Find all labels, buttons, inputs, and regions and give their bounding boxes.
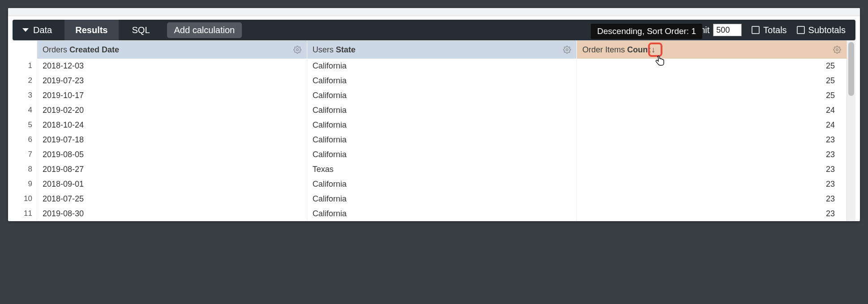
subtotals-label: Subtotals	[808, 25, 846, 35]
gear-icon	[293, 46, 301, 54]
cell-created-date[interactable]: 2018-09-01	[37, 177, 307, 192]
tab-results-label: Results	[75, 25, 107, 35]
tab-data[interactable]: Data	[13, 20, 64, 40]
cell-created-date[interactable]: 2018-10-24	[37, 118, 307, 133]
row-number: 8	[13, 162, 37, 177]
gear-icon	[563, 46, 571, 54]
column-header-label: Order Items Count	[582, 45, 650, 55]
svg-point-2	[836, 49, 838, 51]
add-calculation-button[interactable]: Add calculation	[167, 22, 242, 38]
row-number: 1	[13, 59, 37, 73]
tab-sql-label: SQL	[132, 25, 150, 35]
col3-bold: Count	[627, 45, 650, 54]
col2-prefix: Users	[313, 45, 336, 54]
row-limit-input[interactable]	[713, 24, 742, 36]
cell-count[interactable]: 24	[576, 103, 847, 118]
cell-count[interactable]: 23	[576, 206, 847, 221]
toolbar: Data Results SQL Add calculation Row Lim…	[13, 20, 855, 40]
totals-toggle[interactable]: Totals	[752, 25, 786, 35]
cell-count[interactable]: 24	[576, 118, 847, 133]
col3-prefix: Order Items	[582, 45, 627, 54]
col1-bold: Created Date	[69, 45, 119, 54]
cell-count[interactable]: 23	[576, 162, 847, 177]
sort-tooltip: Descending, Sort Order: 1	[591, 24, 702, 39]
row-number: 9	[13, 177, 37, 192]
column-header-created-date[interactable]: Orders Created Date	[37, 41, 307, 59]
sort-indicator[interactable]: ↓	[651, 45, 655, 55]
svg-point-0	[296, 49, 298, 51]
checkbox-icon	[752, 26, 760, 34]
caret-down-icon	[22, 28, 29, 32]
cell-count[interactable]: 23	[576, 147, 847, 162]
cell-count[interactable]: 23	[576, 192, 847, 206]
row-number: 3	[13, 88, 37, 103]
header-corner	[13, 41, 37, 59]
cell-state[interactable]: California	[307, 133, 577, 147]
tab-data-label: Data	[33, 25, 52, 35]
tab-results[interactable]: Results	[64, 20, 118, 40]
gear-icon	[833, 46, 841, 54]
scrollbar-thumb[interactable]	[848, 42, 854, 96]
cell-state[interactable]: California	[307, 147, 577, 162]
results-table-area: Orders Created Date Users State Order It…	[13, 40, 855, 221]
cell-state[interactable]: California	[307, 206, 577, 221]
app-frame: Data Results SQL Add calculation Row Lim…	[8, 8, 860, 221]
top-spacer	[8, 8, 860, 16]
col2-bold: State	[336, 45, 356, 54]
cell-state[interactable]: California	[307, 59, 577, 73]
cell-created-date[interactable]: 2018-07-25	[37, 192, 307, 206]
cell-created-date[interactable]: 2019-08-27	[37, 162, 307, 177]
column-menu-button[interactable]	[833, 46, 841, 54]
cell-created-date[interactable]: 2019-10-17	[37, 88, 307, 103]
column-header-state[interactable]: Users State	[307, 41, 577, 59]
cell-count[interactable]: 23	[576, 177, 847, 192]
row-number: 4	[13, 103, 37, 118]
cell-created-date[interactable]: 2019-07-23	[37, 73, 307, 88]
row-number: 10	[13, 192, 37, 206]
column-header-label: Users State	[313, 45, 356, 55]
cell-state[interactable]: Texas	[307, 162, 577, 177]
cell-state[interactable]: California	[307, 192, 577, 206]
col1-prefix: Orders	[43, 45, 69, 54]
cell-count[interactable]: 25	[576, 73, 847, 88]
column-header-count[interactable]: Order Items Count ↓	[576, 41, 847, 59]
cell-created-date[interactable]: 2019-02-20	[37, 103, 307, 118]
column-header-label: Orders Created Date	[43, 45, 119, 55]
row-number: 5	[13, 118, 37, 133]
column-menu-button[interactable]	[563, 46, 571, 54]
cell-state[interactable]: California	[307, 177, 577, 192]
cell-count[interactable]: 25	[576, 59, 847, 73]
cell-created-date[interactable]: 2019-07-18	[37, 133, 307, 147]
cell-count[interactable]: 23	[576, 133, 847, 147]
cell-created-date[interactable]: 2019-08-05	[37, 147, 307, 162]
svg-point-1	[566, 49, 568, 51]
cell-state[interactable]: California	[307, 103, 577, 118]
cell-created-date[interactable]: 2018-12-03	[37, 59, 307, 73]
column-menu-button[interactable]	[293, 46, 301, 54]
row-number: 11	[13, 206, 37, 221]
row-number: 7	[13, 147, 37, 162]
cell-created-date[interactable]: 2019-08-30	[37, 206, 307, 221]
checkbox-icon	[797, 26, 805, 34]
subtotals-toggle[interactable]: Subtotals	[797, 25, 846, 35]
cell-state[interactable]: California	[307, 73, 577, 88]
totals-label: Totals	[763, 25, 786, 35]
tab-sql[interactable]: SQL	[119, 20, 163, 40]
results-grid: Orders Created Date Users State Order It…	[13, 40, 847, 221]
add-calculation-label: Add calculation	[174, 25, 235, 35]
row-number: 6	[13, 133, 37, 147]
highlight-box	[648, 43, 662, 57]
cell-state[interactable]: California	[307, 118, 577, 133]
vertical-scrollbar[interactable]	[847, 40, 855, 221]
row-number: 2	[13, 73, 37, 88]
cell-count[interactable]: 25	[576, 88, 847, 103]
cell-state[interactable]: California	[307, 88, 577, 103]
toolbar-left: Data Results SQL Add calculation	[13, 20, 242, 40]
